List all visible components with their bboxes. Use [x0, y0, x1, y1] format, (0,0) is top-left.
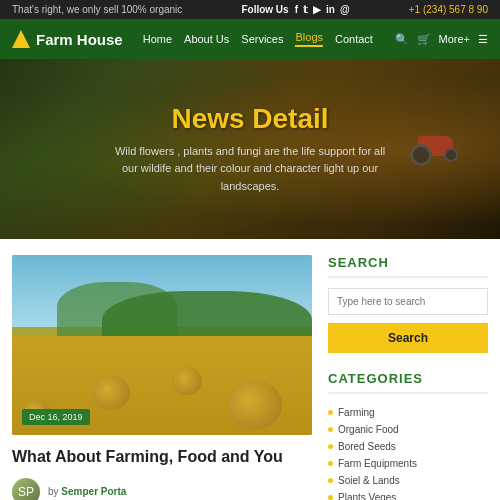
- sidebar: SEARCH Search CATEGORIES Farming Organic…: [328, 255, 488, 500]
- article-column: Dec 16, 2019 What About Farming, Food an…: [12, 255, 312, 500]
- nav-about[interactable]: About Us: [184, 33, 229, 45]
- article-img-bg: [12, 255, 312, 435]
- category-label: Soiel & Lands: [338, 475, 400, 486]
- cat-bullet-icon: [328, 495, 333, 500]
- search-button[interactable]: Search: [328, 323, 488, 353]
- category-item[interactable]: Soiel & Lands: [328, 472, 488, 489]
- tractor-decoration: [410, 131, 460, 166]
- category-label: Bored Seeds: [338, 441, 396, 452]
- cat-bullet-icon: [328, 461, 333, 466]
- tractor-wheel-big: [410, 144, 432, 166]
- top-bar-center: Follow Us f 𝕥 ▶ in @: [241, 4, 349, 15]
- social-icons: f 𝕥 ▶ in @: [295, 4, 350, 15]
- cat-bullet-icon: [328, 410, 333, 415]
- category-item[interactable]: Farming: [328, 404, 488, 421]
- twitter-icon[interactable]: 𝕥: [303, 4, 308, 15]
- author-avatar: SP: [12, 478, 40, 500]
- hero-section: News Detail Wild flowers , plants and fu…: [0, 59, 500, 239]
- nav-blogs[interactable]: Blogs: [295, 31, 323, 47]
- tractor-wheel-sm: [444, 148, 458, 162]
- follow-label: Follow Us: [241, 4, 288, 15]
- category-item[interactable]: Farm Equipments: [328, 455, 488, 472]
- main-content: Dec 16, 2019 What About Farming, Food an…: [0, 239, 500, 500]
- facebook-icon[interactable]: f: [295, 4, 298, 15]
- categories-title: CATEGORIES: [328, 371, 488, 394]
- search-icon[interactable]: 🔍: [395, 33, 409, 46]
- search-input[interactable]: [328, 288, 488, 315]
- author-by: by: [48, 486, 59, 497]
- more-icon[interactable]: More+: [439, 33, 471, 45]
- author-text: by Semper Porta: [48, 486, 126, 497]
- cat-bullet-icon: [328, 478, 333, 483]
- instagram-icon[interactable]: @: [340, 4, 350, 15]
- article-date-badge: Dec 16, 2019: [22, 409, 90, 425]
- navbar: Farm House Home About Us Services Blogs …: [0, 19, 500, 59]
- top-bar: That's right, we only sell 100% organic …: [0, 0, 500, 19]
- linkedin-icon[interactable]: in: [326, 4, 335, 15]
- categories-section: CATEGORIES Farming Organic Food Bored Se…: [328, 371, 488, 500]
- nav-home[interactable]: Home: [143, 33, 172, 45]
- hay-bale-2: [92, 376, 130, 410]
- hay-bale-3: [172, 367, 202, 395]
- cat-bullet-icon: [328, 444, 333, 449]
- hay-scene: [12, 255, 312, 435]
- nav-links: Home About Us Services Blogs Contact: [143, 31, 395, 47]
- menu-icon[interactable]: ☰: [478, 33, 488, 46]
- article-image: Dec 16, 2019: [12, 255, 312, 435]
- category-item[interactable]: Plants Veges: [328, 489, 488, 500]
- phone-number: +1 (234) 567 8 90: [409, 4, 488, 15]
- article-title: What About Farming, Food and You: [12, 447, 312, 468]
- hero-subtitle: Wild flowers , plants and fungi are the …: [110, 143, 390, 196]
- top-bar-left-text: That's right, we only sell 100% organic: [12, 4, 182, 15]
- hay-bale-1: [227, 380, 282, 430]
- youtube-icon[interactable]: ▶: [313, 4, 321, 15]
- category-label: Plants Veges: [338, 492, 396, 500]
- category-item[interactable]: Organic Food: [328, 421, 488, 438]
- nav-contact[interactable]: Contact: [335, 33, 373, 45]
- logo[interactable]: Farm House: [12, 30, 123, 48]
- cart-icon[interactable]: 🛒: [417, 33, 431, 46]
- nav-icons: 🔍 🛒 More+ ☰: [395, 33, 489, 46]
- nav-services[interactable]: Services: [241, 33, 283, 45]
- category-label: Organic Food: [338, 424, 399, 435]
- hero-title: News Detail: [171, 103, 328, 135]
- category-label: Farming: [338, 407, 375, 418]
- author-name: Semper Porta: [61, 486, 126, 497]
- search-section-title: SEARCH: [328, 255, 488, 278]
- cat-bullet-icon: [328, 427, 333, 432]
- category-label: Farm Equipments: [338, 458, 417, 469]
- logo-icon: [12, 30, 30, 48]
- logo-text: Farm House: [36, 31, 123, 48]
- author-row: SP by Semper Porta: [12, 478, 312, 500]
- category-item[interactable]: Bored Seeds: [328, 438, 488, 455]
